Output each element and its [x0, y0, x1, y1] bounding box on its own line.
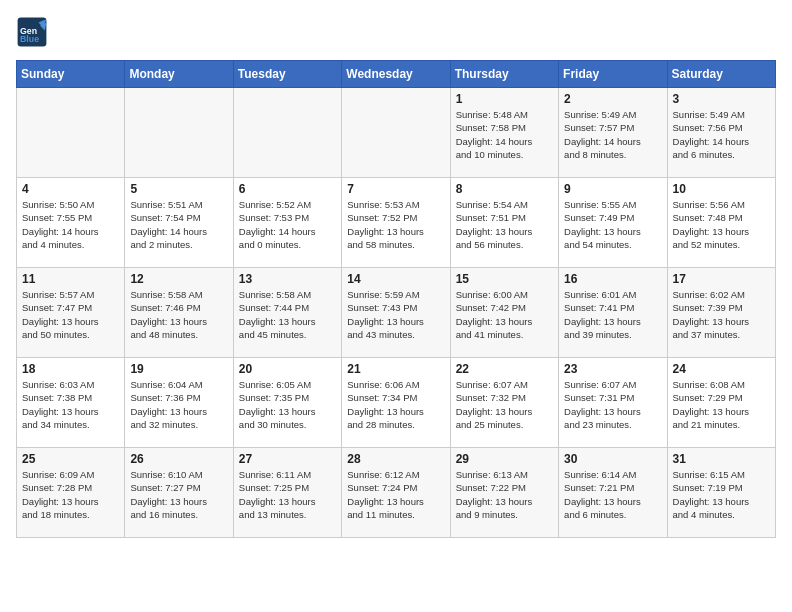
day-number: 4 — [22, 182, 119, 196]
day-info: Sunrise: 5:58 AM Sunset: 7:44 PM Dayligh… — [239, 288, 336, 341]
day-header-monday: Monday — [125, 61, 233, 88]
day-info: Sunrise: 5:58 AM Sunset: 7:46 PM Dayligh… — [130, 288, 227, 341]
day-number: 3 — [673, 92, 770, 106]
day-number: 12 — [130, 272, 227, 286]
day-number: 24 — [673, 362, 770, 376]
day-number: 9 — [564, 182, 661, 196]
week-row-5: 25Sunrise: 6:09 AM Sunset: 7:28 PM Dayli… — [17, 448, 776, 538]
day-number: 1 — [456, 92, 553, 106]
day-number: 5 — [130, 182, 227, 196]
calendar-body: 1Sunrise: 5:48 AM Sunset: 7:58 PM Daylig… — [17, 88, 776, 538]
day-info: Sunrise: 6:05 AM Sunset: 7:35 PM Dayligh… — [239, 378, 336, 431]
day-number: 23 — [564, 362, 661, 376]
day-number: 19 — [130, 362, 227, 376]
day-info: Sunrise: 6:14 AM Sunset: 7:21 PM Dayligh… — [564, 468, 661, 521]
calendar-cell: 30Sunrise: 6:14 AM Sunset: 7:21 PM Dayli… — [559, 448, 667, 538]
day-info: Sunrise: 6:06 AM Sunset: 7:34 PM Dayligh… — [347, 378, 444, 431]
day-number: 27 — [239, 452, 336, 466]
logo-icon: Gen Blue — [16, 16, 48, 48]
calendar-cell — [342, 88, 450, 178]
day-number: 28 — [347, 452, 444, 466]
week-row-1: 1Sunrise: 5:48 AM Sunset: 7:58 PM Daylig… — [17, 88, 776, 178]
calendar-cell: 1Sunrise: 5:48 AM Sunset: 7:58 PM Daylig… — [450, 88, 558, 178]
svg-text:Blue: Blue — [20, 34, 39, 44]
day-number: 21 — [347, 362, 444, 376]
day-number: 30 — [564, 452, 661, 466]
calendar-cell: 8Sunrise: 5:54 AM Sunset: 7:51 PM Daylig… — [450, 178, 558, 268]
day-number: 26 — [130, 452, 227, 466]
day-info: Sunrise: 5:55 AM Sunset: 7:49 PM Dayligh… — [564, 198, 661, 251]
calendar-cell: 11Sunrise: 5:57 AM Sunset: 7:47 PM Dayli… — [17, 268, 125, 358]
day-number: 16 — [564, 272, 661, 286]
day-info: Sunrise: 5:53 AM Sunset: 7:52 PM Dayligh… — [347, 198, 444, 251]
day-info: Sunrise: 6:04 AM Sunset: 7:36 PM Dayligh… — [130, 378, 227, 431]
day-header-wednesday: Wednesday — [342, 61, 450, 88]
day-number: 13 — [239, 272, 336, 286]
day-number: 7 — [347, 182, 444, 196]
calendar-cell — [17, 88, 125, 178]
day-info: Sunrise: 6:07 AM Sunset: 7:31 PM Dayligh… — [564, 378, 661, 431]
calendar-cell: 6Sunrise: 5:52 AM Sunset: 7:53 PM Daylig… — [233, 178, 341, 268]
day-header-thursday: Thursday — [450, 61, 558, 88]
calendar-cell: 18Sunrise: 6:03 AM Sunset: 7:38 PM Dayli… — [17, 358, 125, 448]
calendar-cell: 14Sunrise: 5:59 AM Sunset: 7:43 PM Dayli… — [342, 268, 450, 358]
week-row-4: 18Sunrise: 6:03 AM Sunset: 7:38 PM Dayli… — [17, 358, 776, 448]
calendar-cell: 24Sunrise: 6:08 AM Sunset: 7:29 PM Dayli… — [667, 358, 775, 448]
day-info: Sunrise: 6:12 AM Sunset: 7:24 PM Dayligh… — [347, 468, 444, 521]
calendar-cell: 4Sunrise: 5:50 AM Sunset: 7:55 PM Daylig… — [17, 178, 125, 268]
logo: Gen Blue — [16, 16, 52, 48]
page-header: Gen Blue — [16, 16, 776, 48]
day-number: 6 — [239, 182, 336, 196]
calendar-table: SundayMondayTuesdayWednesdayThursdayFrid… — [16, 60, 776, 538]
calendar-cell: 31Sunrise: 6:15 AM Sunset: 7:19 PM Dayli… — [667, 448, 775, 538]
day-info: Sunrise: 6:11 AM Sunset: 7:25 PM Dayligh… — [239, 468, 336, 521]
day-info: Sunrise: 5:48 AM Sunset: 7:58 PM Dayligh… — [456, 108, 553, 161]
calendar-cell: 9Sunrise: 5:55 AM Sunset: 7:49 PM Daylig… — [559, 178, 667, 268]
day-header-sunday: Sunday — [17, 61, 125, 88]
calendar-cell: 5Sunrise: 5:51 AM Sunset: 7:54 PM Daylig… — [125, 178, 233, 268]
day-number: 2 — [564, 92, 661, 106]
day-number: 22 — [456, 362, 553, 376]
calendar-cell: 20Sunrise: 6:05 AM Sunset: 7:35 PM Dayli… — [233, 358, 341, 448]
day-info: Sunrise: 6:03 AM Sunset: 7:38 PM Dayligh… — [22, 378, 119, 431]
day-info: Sunrise: 5:49 AM Sunset: 7:57 PM Dayligh… — [564, 108, 661, 161]
day-info: Sunrise: 6:00 AM Sunset: 7:42 PM Dayligh… — [456, 288, 553, 341]
day-info: Sunrise: 5:51 AM Sunset: 7:54 PM Dayligh… — [130, 198, 227, 251]
calendar-cell — [233, 88, 341, 178]
calendar-cell: 22Sunrise: 6:07 AM Sunset: 7:32 PM Dayli… — [450, 358, 558, 448]
day-number: 25 — [22, 452, 119, 466]
day-header-friday: Friday — [559, 61, 667, 88]
day-header-tuesday: Tuesday — [233, 61, 341, 88]
calendar-cell: 23Sunrise: 6:07 AM Sunset: 7:31 PM Dayli… — [559, 358, 667, 448]
week-row-2: 4Sunrise: 5:50 AM Sunset: 7:55 PM Daylig… — [17, 178, 776, 268]
calendar-cell: 10Sunrise: 5:56 AM Sunset: 7:48 PM Dayli… — [667, 178, 775, 268]
day-info: Sunrise: 5:49 AM Sunset: 7:56 PM Dayligh… — [673, 108, 770, 161]
calendar-cell: 21Sunrise: 6:06 AM Sunset: 7:34 PM Dayli… — [342, 358, 450, 448]
day-info: Sunrise: 6:10 AM Sunset: 7:27 PM Dayligh… — [130, 468, 227, 521]
calendar-cell: 15Sunrise: 6:00 AM Sunset: 7:42 PM Dayli… — [450, 268, 558, 358]
calendar-cell: 16Sunrise: 6:01 AM Sunset: 7:41 PM Dayli… — [559, 268, 667, 358]
day-info: Sunrise: 6:09 AM Sunset: 7:28 PM Dayligh… — [22, 468, 119, 521]
week-row-3: 11Sunrise: 5:57 AM Sunset: 7:47 PM Dayli… — [17, 268, 776, 358]
calendar-cell: 28Sunrise: 6:12 AM Sunset: 7:24 PM Dayli… — [342, 448, 450, 538]
calendar-cell: 7Sunrise: 5:53 AM Sunset: 7:52 PM Daylig… — [342, 178, 450, 268]
calendar-cell: 17Sunrise: 6:02 AM Sunset: 7:39 PM Dayli… — [667, 268, 775, 358]
calendar-cell: 25Sunrise: 6:09 AM Sunset: 7:28 PM Dayli… — [17, 448, 125, 538]
calendar-header-row: SundayMondayTuesdayWednesdayThursdayFrid… — [17, 61, 776, 88]
day-info: Sunrise: 6:15 AM Sunset: 7:19 PM Dayligh… — [673, 468, 770, 521]
calendar-cell: 27Sunrise: 6:11 AM Sunset: 7:25 PM Dayli… — [233, 448, 341, 538]
day-info: Sunrise: 6:02 AM Sunset: 7:39 PM Dayligh… — [673, 288, 770, 341]
day-info: Sunrise: 5:59 AM Sunset: 7:43 PM Dayligh… — [347, 288, 444, 341]
day-info: Sunrise: 6:13 AM Sunset: 7:22 PM Dayligh… — [456, 468, 553, 521]
day-number: 14 — [347, 272, 444, 286]
day-info: Sunrise: 5:57 AM Sunset: 7:47 PM Dayligh… — [22, 288, 119, 341]
day-number: 20 — [239, 362, 336, 376]
day-number: 29 — [456, 452, 553, 466]
day-info: Sunrise: 5:54 AM Sunset: 7:51 PM Dayligh… — [456, 198, 553, 251]
calendar-cell: 29Sunrise: 6:13 AM Sunset: 7:22 PM Dayli… — [450, 448, 558, 538]
calendar-cell — [125, 88, 233, 178]
day-number: 11 — [22, 272, 119, 286]
day-info: Sunrise: 6:01 AM Sunset: 7:41 PM Dayligh… — [564, 288, 661, 341]
calendar-cell: 2Sunrise: 5:49 AM Sunset: 7:57 PM Daylig… — [559, 88, 667, 178]
calendar-cell: 19Sunrise: 6:04 AM Sunset: 7:36 PM Dayli… — [125, 358, 233, 448]
